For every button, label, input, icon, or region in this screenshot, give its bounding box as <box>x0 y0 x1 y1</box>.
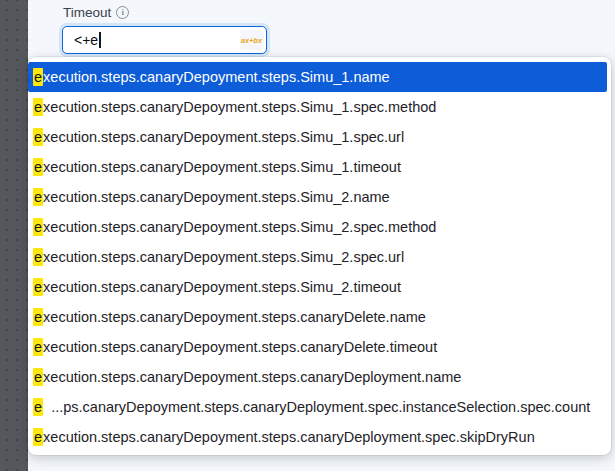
suggestion-text: xecution.steps.canaryDepoyment.steps.Sim… <box>43 129 404 145</box>
suggestion-item[interactable]: execution.steps.canaryDepoyment.steps.Si… <box>28 212 607 242</box>
match-highlight: e <box>33 428 43 446</box>
suggestion-text: ...ps.canaryDepoyment.steps.canaryDeploy… <box>43 399 590 415</box>
match-highlight: e <box>33 308 43 326</box>
suggestion-item[interactable]: execution.steps.canaryDepoyment.steps.Si… <box>28 122 607 152</box>
suggestion-item[interactable]: execution.steps.canaryDepoyment.steps.ca… <box>28 422 607 452</box>
match-highlight: e <box>33 218 43 236</box>
timeout-input[interactable] <box>62 26 267 54</box>
match-highlight: e <box>33 338 43 356</box>
suggestion-item[interactable]: execution.steps.canaryDepoyment.steps.ca… <box>28 302 607 332</box>
text-caret <box>99 32 101 48</box>
suggestion-item[interactable]: execution.steps.canaryDepoyment.steps.ca… <box>28 332 607 362</box>
suggestion-text: xecution.steps.canaryDepoyment.steps.Sim… <box>43 69 390 85</box>
field-label-text: Timeout <box>63 5 111 20</box>
suggestion-text: xecution.steps.canaryDepoyment.steps.Sim… <box>43 159 401 175</box>
suggestion-item[interactable]: execution.steps.canaryDepoyment.steps.Si… <box>28 242 607 272</box>
match-highlight: e <box>33 398 43 416</box>
suggestion-text: xecution.steps.canaryDepoyment.steps.can… <box>43 369 461 385</box>
info-icon[interactable] <box>116 6 129 19</box>
suggestion-text: xecution.steps.canaryDepoyment.steps.Sim… <box>43 99 436 115</box>
expression-suggestions-menu: execution.steps.canaryDepoyment.steps.Si… <box>28 57 611 455</box>
pipeline-canvas-strip <box>0 0 28 471</box>
match-highlight: e <box>33 188 43 206</box>
suggestion-text: xecution.steps.canaryDepoyment.steps.Sim… <box>43 279 401 295</box>
suggestion-text: xecution.steps.canaryDepoyment.steps.can… <box>43 309 426 325</box>
suggestion-item[interactable]: execution.steps.canaryDepoyment.steps.Si… <box>28 272 607 302</box>
timeout-input-wrap: ax+bx <box>62 26 267 54</box>
suggestion-item[interactable]: execution.steps.canaryDepoyment.steps.Si… <box>28 92 607 122</box>
match-highlight: e <box>33 158 43 176</box>
suggestion-item[interactable]: execution.steps.canaryDepoyment.steps.Si… <box>28 152 607 182</box>
match-highlight: e <box>33 278 43 296</box>
match-highlight: e <box>33 128 43 146</box>
match-highlight: e <box>33 68 43 86</box>
suggestion-text: xecution.steps.canaryDepoyment.steps.can… <box>43 339 437 355</box>
timeout-field-label: Timeout <box>63 3 129 21</box>
suggestion-item[interactable]: execution.steps.canaryDepoyment.steps.Si… <box>28 62 607 92</box>
suggestion-text: xecution.steps.canaryDepoyment.steps.Sim… <box>43 189 390 205</box>
suggestion-item[interactable]: execution.steps.canaryDepoyment.steps.ca… <box>28 362 607 392</box>
match-highlight: e <box>33 368 43 386</box>
expression-type-badge[interactable]: ax+bx <box>240 30 264 50</box>
suggestion-item[interactable]: e ...ps.canaryDepoyment.steps.canaryDepl… <box>28 392 607 422</box>
suggestion-text: xecution.steps.canaryDepoyment.steps.can… <box>43 429 535 445</box>
suggestion-text: xecution.steps.canaryDepoyment.steps.Sim… <box>43 249 404 265</box>
match-highlight: e <box>33 98 43 116</box>
suggestion-text: xecution.steps.canaryDepoyment.steps.Sim… <box>43 219 436 235</box>
match-highlight: e <box>33 248 43 266</box>
suggestion-item[interactable]: execution.steps.canaryDepoyment.steps.Si… <box>28 182 607 212</box>
